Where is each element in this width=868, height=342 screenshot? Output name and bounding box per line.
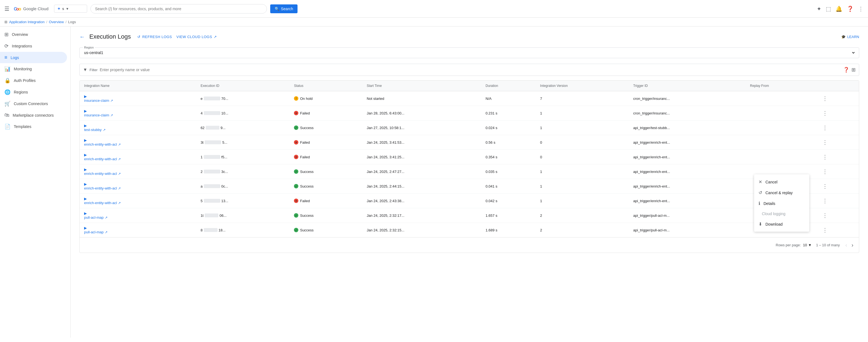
row-more-button[interactable]: ⋮ xyxy=(821,226,829,235)
cell-execution-id: 2 3c... xyxy=(196,164,289,179)
help-circle-icon[interactable]: ❓ xyxy=(843,67,849,73)
integration-name-link[interactable]: insurance-claim ↗ xyxy=(84,98,192,102)
cell-trigger-id: cron_trigger/insuranc... xyxy=(629,91,746,106)
row-expand-icon[interactable]: ▶ xyxy=(84,94,87,98)
auth-icon: 🔒 xyxy=(4,77,10,84)
sidebar-item-templates[interactable]: 📄 Templates xyxy=(0,121,67,132)
sidebar-item-marketplace-connectors[interactable]: 🛍 Marketplace connectors xyxy=(0,110,67,121)
cell-start-time: Jan 24, 2025, 3:41:25... xyxy=(362,150,481,164)
integration-name-link[interactable]: enrich-entity-with-acl ↗ xyxy=(84,186,192,190)
cell-trigger-id: api_trigger/enrich-ent... xyxy=(629,194,746,208)
learn-button[interactable]: 🎓 LEARN xyxy=(841,35,859,39)
integration-name-link[interactable]: enrich-entity-with-acl ↗ xyxy=(84,201,192,205)
table-row: ▶ enrich-entity-with-acl ↗ 5 13... ✕ Fai… xyxy=(80,194,859,208)
integration-name-link[interactable]: enrich-entity-with-acl ↗ xyxy=(84,142,192,147)
status-indicator: ! xyxy=(294,96,298,101)
cell-status: ! On hold xyxy=(289,91,362,106)
view-cloud-logs-button[interactable]: VIEW CLOUD LOGS ↗ xyxy=(177,35,217,39)
sidebar: ⊞ Overview ⟳ Integrations ≡ Logs 📊 Monit… xyxy=(0,27,70,338)
google-logo-svg: G o o xyxy=(13,4,22,13)
cell-version: 1 xyxy=(536,164,629,179)
menu-label-cloud-logging: Cloud logging xyxy=(762,212,785,216)
row-expand-icon[interactable]: ▶ xyxy=(84,153,87,157)
row-more-button[interactable]: ⋮ xyxy=(821,153,829,161)
rows-dropdown-icon: ▼ xyxy=(808,243,812,247)
context-menu: ✕ Cancel ↺ Cancel & replay ℹ Details Clo… xyxy=(754,174,809,232)
columns-icon[interactable]: ⊞ xyxy=(851,67,856,73)
sidebar-label-logs: Logs xyxy=(11,56,19,60)
row-more-button[interactable]: ⋮ xyxy=(821,109,829,118)
external-link-icon: ↗ xyxy=(214,35,217,39)
terminal-icon[interactable]: ⬚ xyxy=(826,5,831,12)
header-actions: ↺ REFRESH LOGS VIEW CLOUD LOGS ↗ xyxy=(137,35,217,39)
row-expand-icon[interactable]: ▶ xyxy=(84,197,87,201)
filter-input[interactable] xyxy=(100,68,841,72)
filter-bar: ▼ Filter ❓ ⊞ xyxy=(80,64,859,76)
integration-name-link[interactable]: insurance-claim ↗ xyxy=(84,113,192,117)
row-more-button[interactable]: ⋮ xyxy=(821,167,829,176)
back-button[interactable]: ← xyxy=(80,34,85,40)
menu-item-cancel-replay[interactable]: ↺ Cancel & replay xyxy=(754,187,809,198)
prev-page-button[interactable]: ‹ xyxy=(844,241,848,249)
sidebar-item-regions[interactable]: 🌐 Regions xyxy=(0,86,67,98)
cell-replay-from xyxy=(746,106,816,121)
sidebar-item-overview[interactable]: ⊞ Overview xyxy=(0,29,67,40)
region-select[interactable]: us-central1 xyxy=(83,50,856,55)
refresh-logs-button[interactable]: ↺ REFRESH LOGS xyxy=(137,35,172,39)
rows-per-page-select[interactable]: 10 ▼ xyxy=(803,243,811,247)
table-row: ▶ pull-acl-map ↗ 8 18... ✓ Success xyxy=(80,223,859,238)
menu-item-download[interactable]: ⬇ Download xyxy=(754,219,809,229)
status-indicator: ✓ xyxy=(294,184,298,188)
sparkle-icon[interactable]: ✦ xyxy=(817,5,822,12)
global-search-input[interactable] xyxy=(95,7,262,11)
notifications-icon[interactable]: 🔔 xyxy=(835,5,842,12)
sidebar-item-auth-profiles[interactable]: 🔒 Auth Profiles xyxy=(0,75,67,86)
status-text: Success xyxy=(300,228,313,232)
row-expand-icon[interactable]: ▶ xyxy=(84,167,87,172)
menu-item-details[interactable]: ℹ Details xyxy=(754,198,809,209)
next-page-button[interactable]: › xyxy=(850,241,855,249)
row-expand-icon[interactable]: ▶ xyxy=(84,138,87,142)
integration-name-link[interactable]: pull-acl-map ↗ xyxy=(84,215,192,220)
cell-integration-name: ▶ insurance-claim ↗ xyxy=(80,91,196,106)
integration-name-link[interactable]: enrich-entity-with-acl ↗ xyxy=(84,157,192,161)
cell-actions: ⋮ xyxy=(817,164,859,179)
templates-icon: 📄 xyxy=(4,124,10,130)
row-more-button[interactable]: ⋮ xyxy=(821,94,829,103)
col-trigger-id: Trigger ID xyxy=(629,81,746,91)
row-more-button[interactable]: ⋮ xyxy=(821,196,829,205)
row-more-button[interactable]: ⋮ xyxy=(821,138,829,147)
status-indicator: ✓ xyxy=(294,213,298,218)
external-link-icon: ↗ xyxy=(110,113,113,117)
project-selector[interactable]: ✦ s ▼ xyxy=(54,5,87,13)
menu-item-cancel[interactable]: ✕ Cancel xyxy=(754,177,809,187)
search-button[interactable]: 🔍 Search xyxy=(270,4,298,13)
more-options-icon[interactable]: ⋮ xyxy=(858,5,864,12)
row-expand-icon[interactable]: ▶ xyxy=(84,226,87,230)
details-icon: ℹ xyxy=(758,201,760,206)
sidebar-item-integrations[interactable]: ⟳ Integrations xyxy=(0,40,67,52)
integration-name-link[interactable]: enrich-entity-with-acl ↗ xyxy=(84,172,192,176)
sidebar-item-custom-connectors[interactable]: 🛒 Custom Connectors xyxy=(0,98,67,110)
row-expand-icon[interactable]: ▶ xyxy=(84,109,87,113)
sidebar-item-logs[interactable]: ≡ Logs xyxy=(0,52,67,63)
cell-start-time: Jan 24, 2025, 3:41:53... xyxy=(362,135,481,150)
row-more-button[interactable]: ⋮ xyxy=(821,182,829,191)
cell-duration: 0.231 s xyxy=(481,106,536,121)
exec-id-blurred xyxy=(204,228,218,232)
integration-name-link[interactable]: pull-acl-map ↗ xyxy=(84,230,192,234)
row-expand-icon[interactable]: ▶ xyxy=(84,124,87,128)
integration-name-link[interactable]: test-stubby ↗ xyxy=(84,128,192,132)
table-row: ▶ enrich-entity-with-acl ↗ 1 f5... ✕ Fai… xyxy=(80,150,859,164)
row-more-button[interactable]: ⋮ xyxy=(821,211,829,220)
breadcrumb-app-integration[interactable]: Application Integration xyxy=(9,20,45,24)
cell-execution-id: a 0c... xyxy=(196,179,289,194)
help-icon[interactable]: ❓ xyxy=(847,5,854,12)
row-expand-icon[interactable]: ▶ xyxy=(84,182,87,186)
sidebar-item-monitoring[interactable]: 📊 Monitoring xyxy=(0,63,67,75)
breadcrumb-overview[interactable]: Overview xyxy=(49,20,64,24)
hamburger-icon[interactable]: ☰ xyxy=(4,5,9,12)
row-more-button[interactable]: ⋮ xyxy=(821,123,829,132)
global-search-bar xyxy=(90,4,267,13)
row-expand-icon[interactable]: ▶ xyxy=(84,211,87,215)
